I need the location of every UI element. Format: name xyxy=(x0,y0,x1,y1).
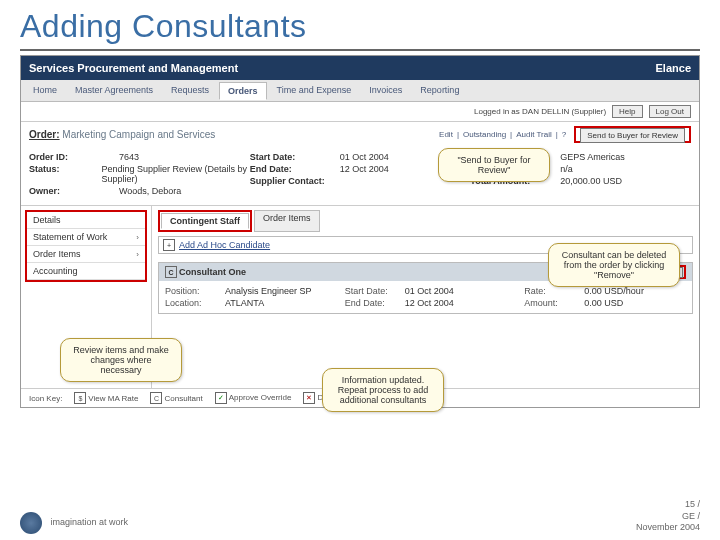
icon-key-a: View MA Rate xyxy=(88,394,138,403)
footer-ge: GE / xyxy=(636,511,700,523)
nav-master-agreements[interactable]: Master Agreements xyxy=(67,82,161,99)
callout-remove: Consultant can be deleted from the order… xyxy=(548,243,680,287)
c-end-value: 12 Oct 2004 xyxy=(405,298,454,308)
location-label: Location: xyxy=(165,298,225,308)
c-start-value: 01 Oct 2004 xyxy=(405,286,454,296)
side-nav-highlight: Details Statement of Work› Order Items› … xyxy=(25,210,147,282)
plus-icon: + xyxy=(163,239,175,251)
icon-key-b: Consultant xyxy=(164,394,202,403)
footer-tagline: imagination at work xyxy=(51,517,129,527)
primary-nav: Home Master Agreements Requests Orders T… xyxy=(21,80,699,102)
ge-logo-icon xyxy=(20,512,42,534)
send-to-buyer-button[interactable]: Send to Buyer for Review xyxy=(580,128,685,143)
rate-value: 0.00 USD/hour xyxy=(584,286,644,296)
order-crumbs: Edit| Outstanding| Audit Trail| ? xyxy=(439,130,566,139)
nav-invoices[interactable]: Invoices xyxy=(361,82,410,99)
side-sow[interactable]: Statement of Work› xyxy=(27,229,145,246)
crumb-outstanding[interactable]: Outstanding xyxy=(463,130,506,139)
meta-owner: Woods, Debora xyxy=(119,186,181,196)
nav-reporting[interactable]: Reporting xyxy=(412,82,467,99)
order-name: Marketing Campaign and Services xyxy=(62,129,215,140)
meta-request-id: n/a xyxy=(560,164,573,174)
nav-time-expense[interactable]: Time and Expense xyxy=(269,82,360,99)
meta-owner-label: Owner: xyxy=(29,186,119,196)
footer-date: November 2004 xyxy=(636,522,700,534)
amount-label: Amount: xyxy=(524,298,584,308)
meta-order-id-label: Order ID: xyxy=(29,152,119,162)
title-rule xyxy=(20,49,700,51)
meta-start-date-label: Start Date: xyxy=(250,152,340,162)
help-button[interactable]: Help xyxy=(612,105,642,118)
order-label: Order: xyxy=(29,129,60,140)
meta-status: Pending Supplier Review (Details by Supp… xyxy=(101,164,249,184)
c-start-label: Start Date: xyxy=(345,286,405,296)
location-value: ATLANTA xyxy=(225,298,264,308)
logout-button[interactable]: Log Out xyxy=(649,105,691,118)
callout-send-to-buyer: "Send to Buyer for Review" xyxy=(438,148,550,182)
c-end-label: End Date: xyxy=(345,298,405,308)
contingent-staff-highlight: Contingent Staff xyxy=(158,210,252,232)
consultant-key-icon: C xyxy=(150,392,162,404)
meta-total: 20,000.00 USD xyxy=(560,176,622,186)
slide-footer: imagination at work 15 / GE / November 2… xyxy=(20,499,700,534)
side-accounting[interactable]: Accounting xyxy=(27,263,145,280)
nav-home[interactable]: Home xyxy=(25,82,65,99)
side-details[interactable]: Details xyxy=(27,212,145,229)
vendor-logo-text: Elance xyxy=(656,62,691,74)
nav-orders[interactable]: Orders xyxy=(219,82,267,100)
app-title: Services Procurement and Management xyxy=(29,62,238,74)
side-order-items[interactable]: Order Items› xyxy=(27,246,145,263)
order-meta: Order ID:7643 Status:Pending Supplier Re… xyxy=(21,147,699,206)
crumb-edit[interactable]: Edit xyxy=(439,130,453,139)
consultant-title: Consultant One xyxy=(179,267,246,277)
consultant-icon: C xyxy=(165,266,177,278)
order-header: Order: Marketing Campaign and Services E… xyxy=(21,121,699,147)
meta-end-date-label: End Date: xyxy=(250,164,340,174)
meta-supplier-contact-label: Supplier Contact: xyxy=(250,176,340,186)
send-to-buyer-highlight: Send to Buyer for Review xyxy=(574,126,691,143)
callout-info-updated: Information updated. Repeat process to a… xyxy=(322,368,444,412)
amount-value: 0.00 USD xyxy=(584,298,623,308)
meta-org: GEPS Americas xyxy=(560,152,625,162)
callout-review-items: Review items and make changes where nece… xyxy=(60,338,182,382)
content-pane: Contingent Staff Order Items + Add Ad Ho… xyxy=(152,206,699,388)
add-adhoc-candidate-link[interactable]: Add Ad Hoc Candidate xyxy=(179,240,270,250)
meta-order-id: 7643 xyxy=(119,152,139,162)
view-ma-rate-icon: $ xyxy=(74,392,86,404)
chevron-right-icon: › xyxy=(136,233,139,242)
slide-title: Adding Consultants xyxy=(0,0,720,49)
chevron-right-icon: › xyxy=(136,250,139,259)
crumb-help-icon[interactable]: ? xyxy=(562,130,566,139)
icon-key-label: Icon Key: xyxy=(29,394,62,403)
tab-contingent-staff[interactable]: Contingent Staff xyxy=(161,213,249,229)
meta-status-label: Status: xyxy=(29,164,101,184)
position-label: Position: xyxy=(165,286,225,296)
crumb-audit-trail[interactable]: Audit Trail xyxy=(516,130,552,139)
rate-label: Rate: xyxy=(524,286,584,296)
nav-requests[interactable]: Requests xyxy=(163,82,217,99)
footer-page: 15 / xyxy=(636,499,700,511)
app-banner: Services Procurement and Management Elan… xyxy=(21,56,699,80)
meta-end-date: 12 Oct 2004 xyxy=(340,164,389,174)
icon-key-c: Approve Override xyxy=(229,393,292,402)
logged-in-as: Logged in as DAN DELLIN (Supplier) xyxy=(474,107,606,116)
user-strip: Logged in as DAN DELLIN (Supplier) Help … xyxy=(21,102,699,121)
meta-start-date: 01 Oct 2004 xyxy=(340,152,389,162)
content-tabs: Contingent Staff Order Items xyxy=(158,210,693,232)
position-value: Analysis Engineer SP xyxy=(225,286,312,296)
decline-override-icon: ✕ xyxy=(303,392,315,404)
tab-order-items[interactable]: Order Items xyxy=(254,210,320,232)
approve-override-icon: ✓ xyxy=(215,392,227,404)
